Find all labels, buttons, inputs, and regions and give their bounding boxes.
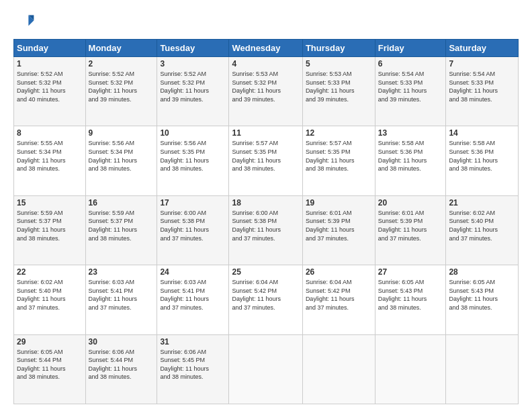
day-info: Sunrise: 5:52 AM Sunset: 5:32 PM Dayligh…: [89, 70, 154, 103]
calendar-cell: 22Sunrise: 6:02 AM Sunset: 5:40 PM Dayli…: [14, 265, 86, 334]
page: SundayMondayTuesdayWednesdayThursdayFrid…: [0, 0, 532, 411]
calendar-header-row: SundayMondayTuesdayWednesdayThursdayFrid…: [14, 40, 519, 57]
day-info: Sunrise: 5:52 AM Sunset: 5:32 PM Dayligh…: [17, 70, 83, 103]
day-info: Sunrise: 5:55 AM Sunset: 5:34 PM Dayligh…: [17, 139, 83, 173]
day-number: 7: [449, 59, 515, 68]
calendar-cell: 24Sunrise: 6:03 AM Sunset: 5:41 PM Dayli…: [157, 265, 229, 334]
calendar-cell: 27Sunrise: 6:05 AM Sunset: 5:43 PM Dayli…: [375, 265, 446, 334]
day-number: 22: [17, 267, 83, 277]
day-info: Sunrise: 5:57 AM Sunset: 5:35 PM Dayligh…: [232, 139, 299, 173]
day-number: 15: [17, 198, 83, 208]
calendar-cell: 17Sunrise: 6:00 AM Sunset: 5:38 PM Dayli…: [157, 195, 229, 265]
day-number: 12: [306, 128, 372, 138]
calendar-header-tuesday: Tuesday: [157, 40, 229, 57]
calendar-cell: 7Sunrise: 5:54 AM Sunset: 5:33 PM Daylig…: [446, 57, 519, 126]
day-number: 3: [160, 59, 226, 68]
calendar-cell: [302, 334, 375, 404]
calendar-cell: 16Sunrise: 5:59 AM Sunset: 5:37 PM Dayli…: [85, 195, 157, 265]
day-info: Sunrise: 6:05 AM Sunset: 5:43 PM Dayligh…: [378, 278, 443, 312]
day-number: 25: [232, 267, 299, 277]
day-number: 18: [232, 198, 299, 208]
calendar-week-2: 8Sunrise: 5:55 AM Sunset: 5:34 PM Daylig…: [14, 126, 519, 195]
day-number: 2: [89, 59, 154, 68]
day-number: 19: [306, 198, 372, 208]
day-info: Sunrise: 6:02 AM Sunset: 5:40 PM Dayligh…: [17, 278, 83, 312]
day-info: Sunrise: 5:58 AM Sunset: 5:36 PM Dayligh…: [449, 139, 515, 173]
calendar-header-saturday: Saturday: [446, 40, 519, 57]
calendar-header-friday: Friday: [375, 40, 446, 57]
calendar-cell: 12Sunrise: 5:57 AM Sunset: 5:35 PM Dayli…: [302, 126, 375, 195]
day-number: 17: [160, 198, 226, 208]
day-number: 10: [160, 128, 226, 138]
day-info: Sunrise: 5:56 AM Sunset: 5:34 PM Dayligh…: [89, 139, 154, 173]
calendar-header-monday: Monday: [85, 40, 157, 57]
calendar-week-5: 29Sunrise: 6:05 AM Sunset: 5:44 PM Dayli…: [14, 334, 519, 404]
calendar-cell: 8Sunrise: 5:55 AM Sunset: 5:34 PM Daylig…: [14, 126, 86, 195]
calendar-cell: 18Sunrise: 6:00 AM Sunset: 5:38 PM Dayli…: [229, 195, 302, 265]
day-number: 29: [17, 337, 83, 347]
day-info: Sunrise: 5:59 AM Sunset: 5:37 PM Dayligh…: [89, 209, 154, 242]
day-info: Sunrise: 5:52 AM Sunset: 5:32 PM Dayligh…: [160, 70, 226, 103]
day-number: 31: [160, 337, 226, 347]
day-number: 6: [378, 59, 443, 68]
calendar-week-3: 15Sunrise: 5:59 AM Sunset: 5:37 PM Dayli…: [14, 195, 519, 265]
calendar-cell: 11Sunrise: 5:57 AM Sunset: 5:35 PM Dayli…: [229, 126, 302, 195]
calendar-cell: 2Sunrise: 5:52 AM Sunset: 5:32 PM Daylig…: [85, 57, 157, 126]
calendar-header-thursday: Thursday: [302, 40, 375, 57]
day-number: 11: [232, 128, 299, 138]
day-info: Sunrise: 6:00 AM Sunset: 5:38 PM Dayligh…: [232, 209, 299, 242]
day-info: Sunrise: 5:59 AM Sunset: 5:37 PM Dayligh…: [17, 209, 83, 242]
day-info: Sunrise: 6:05 AM Sunset: 5:43 PM Dayligh…: [449, 278, 515, 312]
day-number: 28: [449, 267, 515, 277]
calendar-header-sunday: Sunday: [14, 40, 86, 57]
day-number: 13: [378, 128, 443, 138]
logo-icon: [13, 11, 35, 32]
calendar-cell: 4Sunrise: 5:53 AM Sunset: 5:32 PM Daylig…: [229, 57, 302, 126]
day-number: 9: [89, 128, 154, 138]
day-info: Sunrise: 6:04 AM Sunset: 5:42 PM Dayligh…: [232, 278, 299, 312]
calendar-cell: 5Sunrise: 5:53 AM Sunset: 5:33 PM Daylig…: [302, 57, 375, 126]
day-info: Sunrise: 5:54 AM Sunset: 5:33 PM Dayligh…: [449, 70, 515, 103]
day-info: Sunrise: 5:54 AM Sunset: 5:33 PM Dayligh…: [378, 70, 443, 103]
day-info: Sunrise: 6:03 AM Sunset: 5:41 PM Dayligh…: [89, 278, 154, 312]
header: [13, 11, 519, 32]
calendar-cell: 26Sunrise: 6:04 AM Sunset: 5:42 PM Dayli…: [302, 265, 375, 334]
calendar-cell: 9Sunrise: 5:56 AM Sunset: 5:34 PM Daylig…: [85, 126, 157, 195]
day-number: 8: [17, 128, 83, 138]
calendar-cell: [229, 334, 302, 404]
calendar-cell: 30Sunrise: 6:06 AM Sunset: 5:44 PM Dayli…: [85, 334, 157, 404]
calendar-cell: 13Sunrise: 5:58 AM Sunset: 5:36 PM Dayli…: [375, 126, 446, 195]
calendar-cell: 28Sunrise: 6:05 AM Sunset: 5:43 PM Dayli…: [446, 265, 519, 334]
day-number: 4: [232, 59, 299, 68]
day-number: 24: [160, 267, 226, 277]
calendar-cell: [375, 334, 446, 404]
day-info: Sunrise: 5:57 AM Sunset: 5:35 PM Dayligh…: [306, 139, 372, 173]
day-info: Sunrise: 6:00 AM Sunset: 5:38 PM Dayligh…: [160, 209, 226, 242]
calendar-cell: 23Sunrise: 6:03 AM Sunset: 5:41 PM Dayli…: [85, 265, 157, 334]
day-info: Sunrise: 5:58 AM Sunset: 5:36 PM Dayligh…: [378, 139, 443, 173]
day-info: Sunrise: 5:53 AM Sunset: 5:32 PM Dayligh…: [232, 70, 299, 103]
calendar-cell: 29Sunrise: 6:05 AM Sunset: 5:44 PM Dayli…: [14, 334, 86, 404]
day-info: Sunrise: 6:01 AM Sunset: 5:39 PM Dayligh…: [306, 209, 372, 242]
day-info: Sunrise: 6:06 AM Sunset: 5:44 PM Dayligh…: [89, 348, 154, 381]
day-number: 14: [449, 128, 515, 138]
day-info: Sunrise: 6:04 AM Sunset: 5:42 PM Dayligh…: [306, 278, 372, 312]
calendar-cell: 1Sunrise: 5:52 AM Sunset: 5:32 PM Daylig…: [14, 57, 86, 126]
calendar-cell: 19Sunrise: 6:01 AM Sunset: 5:39 PM Dayli…: [302, 195, 375, 265]
calendar-week-4: 22Sunrise: 6:02 AM Sunset: 5:40 PM Dayli…: [14, 265, 519, 334]
calendar-week-1: 1Sunrise: 5:52 AM Sunset: 5:32 PM Daylig…: [14, 57, 519, 126]
day-info: Sunrise: 6:05 AM Sunset: 5:44 PM Dayligh…: [17, 348, 83, 381]
day-number: 26: [306, 267, 372, 277]
day-number: 21: [449, 198, 515, 208]
calendar-cell: 15Sunrise: 5:59 AM Sunset: 5:37 PM Dayli…: [14, 195, 86, 265]
logo: [13, 11, 38, 32]
calendar-header-wednesday: Wednesday: [229, 40, 302, 57]
day-number: 20: [378, 198, 443, 208]
day-info: Sunrise: 6:01 AM Sunset: 5:39 PM Dayligh…: [378, 209, 443, 242]
day-info: Sunrise: 6:03 AM Sunset: 5:41 PM Dayligh…: [160, 278, 226, 312]
calendar-cell: [446, 334, 519, 404]
calendar-cell: 10Sunrise: 5:56 AM Sunset: 5:35 PM Dayli…: [157, 126, 229, 195]
day-number: 23: [89, 267, 154, 277]
day-number: 1: [17, 59, 83, 68]
day-number: 27: [378, 267, 443, 277]
